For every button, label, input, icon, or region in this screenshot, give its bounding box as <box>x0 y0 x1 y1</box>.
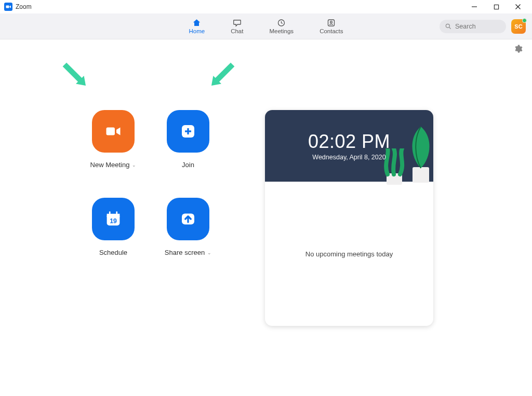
svg-rect-15 <box>107 214 120 217</box>
no-meetings-text: No upcoming meetings today <box>305 250 393 258</box>
schedule-label: Schedule <box>99 249 127 256</box>
svg-rect-20 <box>413 167 429 183</box>
svg-text:19: 19 <box>110 217 117 225</box>
actions-area: New Meeting ⌄ Join 19 Schedule <box>31 58 260 326</box>
window-titlebar: Zoom <box>0 0 532 13</box>
svg-rect-2 <box>494 5 498 9</box>
plus-icon <box>167 110 209 153</box>
share-screen-button[interactable]: Share screen ⌄ <box>152 198 224 256</box>
app-title: Zoom <box>16 3 32 10</box>
panel-body: No upcoming meetings today <box>265 182 433 326</box>
search-icon <box>445 23 452 30</box>
share-up-icon <box>167 198 209 240</box>
chevron-down-icon[interactable]: ⌄ <box>132 162 136 168</box>
schedule-button[interactable]: 19 Schedule <box>77 198 150 256</box>
chevron-down-icon[interactable]: ⌄ <box>207 250 211 255</box>
svg-rect-0 <box>6 6 9 8</box>
join-button[interactable]: Join <box>152 110 224 169</box>
clock-time: 02:02 PM <box>308 131 390 153</box>
contacts-icon <box>327 18 336 28</box>
app-logo-icon <box>4 3 12 11</box>
upcoming-panel: 02:02 PM Wednesday, April 8, 2020 No upc… <box>265 110 433 326</box>
tab-chat[interactable]: Chat <box>231 18 243 34</box>
svg-point-8 <box>446 24 449 28</box>
svg-point-7 <box>330 21 332 23</box>
clock-icon <box>277 18 286 28</box>
presence-indicator-icon <box>522 18 527 23</box>
calendar-icon: 19 <box>92 198 135 240</box>
tab-home-label: Home <box>189 28 205 34</box>
tab-chat-label: Chat <box>231 28 243 34</box>
tab-contacts-label: Contacts <box>320 28 343 34</box>
sub-toolbar <box>0 39 532 58</box>
share-screen-label: Share screen ⌄ <box>165 249 211 256</box>
window-close-button[interactable] <box>507 0 529 13</box>
join-label: Join <box>182 161 194 169</box>
window-minimize-button[interactable] <box>463 0 485 13</box>
new-meeting-label: New Meeting ⌄ <box>90 161 137 169</box>
top-nav: Home Chat Meetings Contacts SC <box>0 13 532 39</box>
search-field[interactable] <box>455 23 497 30</box>
svg-line-9 <box>449 27 451 29</box>
clock-date: Wednesday, April 8, 2020 <box>312 154 385 161</box>
tab-home[interactable]: Home <box>189 18 205 34</box>
window-maximize-button[interactable] <box>485 0 507 13</box>
panel-hero: 02:02 PM Wednesday, April 8, 2020 <box>265 110 433 182</box>
tutorial-arrow-icon <box>208 62 235 89</box>
svg-rect-10 <box>107 128 115 135</box>
tab-meetings[interactable]: Meetings <box>269 18 294 34</box>
tutorial-arrow-icon <box>62 62 89 89</box>
avatar[interactable]: SC <box>511 19 526 34</box>
tab-meetings-label: Meetings <box>269 28 294 34</box>
search-input[interactable] <box>440 20 506 33</box>
chat-icon <box>232 18 242 28</box>
video-icon <box>92 110 135 153</box>
main-content: New Meeting ⌄ Join 19 Schedule <box>0 58 532 326</box>
gear-icon[interactable] <box>513 44 523 53</box>
avatar-initials: SC <box>514 23 522 30</box>
tab-contacts[interactable]: Contacts <box>320 18 343 34</box>
home-icon <box>192 18 202 28</box>
new-meeting-button[interactable]: New Meeting ⌄ <box>77 110 150 169</box>
